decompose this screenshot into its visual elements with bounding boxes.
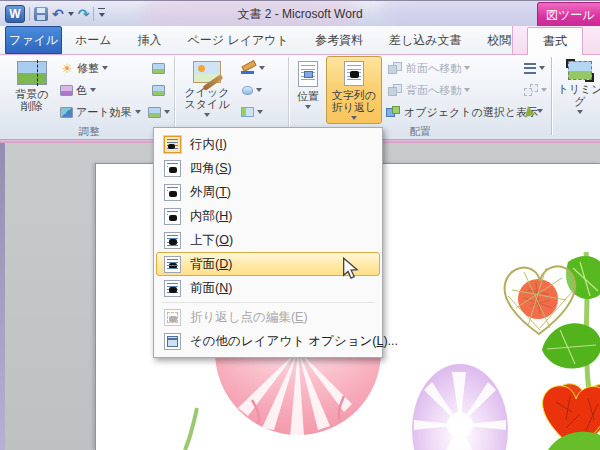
picture-effects-icon (242, 86, 253, 95)
compress-pictures-icon (152, 63, 165, 74)
wrap-tight-icon (164, 184, 181, 201)
text-wrapping-button[interactable]: 文字列の折り返し (326, 56, 382, 124)
save-icon[interactable] (34, 7, 48, 21)
chevron-down-icon (90, 88, 96, 95)
word-logo-icon[interactable]: W (5, 5, 25, 23)
group-label-adjust: 調整 (6, 125, 172, 139)
chevron-down-icon (256, 88, 262, 95)
change-picture-icon (152, 85, 165, 96)
tab-page-layout[interactable]: ページ レイアウト (175, 26, 302, 54)
menu-item-more-layout-options[interactable]: その他のレイアウト オプションL... (156, 329, 380, 353)
change-picture-button[interactable] (148, 80, 168, 100)
text-wrapping-icon (344, 61, 364, 86)
chevron-down-icon (305, 105, 311, 112)
bring-forward-button[interactable]: 前面へ移動 (388, 58, 470, 78)
rotate-icon (523, 105, 535, 117)
text-wrapping-menu: 行内I 四角S 外周T 内部H 上下O 背面D 前面N 折り返し点の (153, 127, 383, 358)
edit-wrap-points-icon (164, 309, 181, 326)
undo-icon[interactable]: ↶ (52, 7, 64, 21)
crop-icon (568, 61, 592, 80)
remove-background-button[interactable]: 背景の削除 (6, 56, 58, 124)
group-objects-button[interactable] (524, 80, 547, 100)
chevron-down-icon (102, 66, 108, 73)
contextual-tab-group-picture-tools: 図ツール (537, 2, 600, 26)
mouse-cursor (341, 257, 361, 279)
color-button[interactable]: 色 (60, 80, 96, 100)
tab-format[interactable]: 書式 (527, 27, 583, 55)
menu-item-in-line[interactable]: 行内I (156, 132, 380, 156)
chevron-down-icon (257, 110, 263, 117)
tab-insert[interactable]: 挿入 (125, 26, 175, 54)
picture-border-icon (240, 61, 256, 75)
chevron-down-icon (464, 88, 470, 95)
wrap-square-icon (164, 160, 181, 177)
artistic-effects-button[interactable]: アート効果 (60, 102, 141, 122)
menu-item-square[interactable]: 四角S (156, 156, 380, 180)
word-window: 文書 2 - Microsoft Word W ↶ ↷ 図ツール ファイル ホー… (0, 0, 600, 450)
send-backward-icon (388, 84, 403, 97)
chevron-down-icon (164, 110, 170, 117)
chevron-down-icon (464, 66, 470, 73)
quick-styles-icon (193, 61, 221, 83)
chevron-down-icon (537, 109, 543, 116)
qat-separator (93, 7, 94, 21)
reset-picture-button[interactable] (148, 102, 170, 122)
chevron-down-icon (539, 66, 545, 73)
customize-qat-icon[interactable] (98, 8, 105, 21)
wrap-in-front-icon (164, 280, 181, 297)
wrap-behind-text-icon (164, 256, 181, 273)
position-button[interactable]: 位置 (292, 56, 324, 124)
menu-item-top-bottom[interactable]: 上下O (156, 228, 380, 252)
remove-background-icon (17, 61, 47, 85)
picture-effects-button[interactable] (242, 80, 262, 100)
group-objects-icon (524, 84, 538, 96)
picture-border-button[interactable] (240, 58, 265, 78)
quick-access-toolbar: W ↶ ↷ (5, 4, 105, 24)
titlebar: 文書 2 - Microsoft Word W ↶ ↷ 図ツール (0, 0, 600, 26)
wrap-top-bottom-icon (164, 232, 181, 249)
chevron-down-icon (204, 113, 210, 120)
corrections-button[interactable]: ☀ 修整 (60, 58, 108, 78)
tab-home[interactable]: ホーム (62, 26, 125, 54)
chevron-down-icon (351, 116, 357, 123)
rotate-button[interactable] (524, 101, 543, 121)
menu-item-in-front-of-text[interactable]: 前面N (156, 276, 380, 300)
color-icon (60, 85, 73, 96)
tab-mailings[interactable]: 差し込み文書 (376, 26, 475, 54)
selection-pane-icon (386, 106, 401, 119)
send-backward-button[interactable]: 背面へ移動 (388, 80, 470, 100)
ribbon-tab-row: ファイル ホーム 挿入 ページ レイアウト 参考資料 差し込み文書 校閲 表示 … (0, 26, 600, 55)
contextual-tab-area: 書式 (512, 26, 600, 54)
wrap-in-line-icon (164, 136, 181, 153)
align-icon (524, 63, 536, 74)
align-button[interactable] (524, 58, 545, 78)
tab-file[interactable]: ファイル (5, 26, 62, 54)
chevron-down-icon (577, 110, 583, 117)
chevron-down-icon (541, 88, 547, 95)
redo-icon[interactable]: ↷ (78, 7, 90, 21)
qat-separator (29, 7, 30, 21)
artistic-effects-icon (60, 107, 73, 118)
chevron-down-icon (259, 66, 265, 73)
tab-references[interactable]: 参考資料 (302, 26, 376, 54)
menu-item-through[interactable]: 内部H (156, 204, 380, 228)
group-separator (288, 57, 289, 135)
more-layout-options-icon (164, 333, 181, 350)
menu-item-edit-wrap-points[interactable]: 折り返し点の編集E (156, 305, 380, 329)
bring-forward-icon (388, 62, 403, 75)
chevron-down-icon (135, 110, 141, 117)
undo-dropdown-icon[interactable] (68, 12, 74, 19)
position-icon (298, 61, 318, 87)
selection-pane-button[interactable]: オブジェクトの選択と表示 (386, 102, 538, 122)
reset-picture-icon (148, 107, 161, 118)
crop-button[interactable]: トリミング (556, 56, 600, 124)
menu-separator (162, 302, 374, 303)
corrections-sun-icon: ☀ (60, 62, 74, 75)
picture-layout-icon (241, 107, 254, 117)
picture-layout-button[interactable] (241, 102, 263, 122)
window-edge (0, 143, 5, 450)
menu-item-tight[interactable]: 外周T (156, 180, 380, 204)
wrap-through-icon (164, 208, 181, 225)
compress-pictures-button[interactable] (148, 58, 168, 78)
quick-styles-button[interactable]: クイック スタイル (180, 56, 234, 124)
